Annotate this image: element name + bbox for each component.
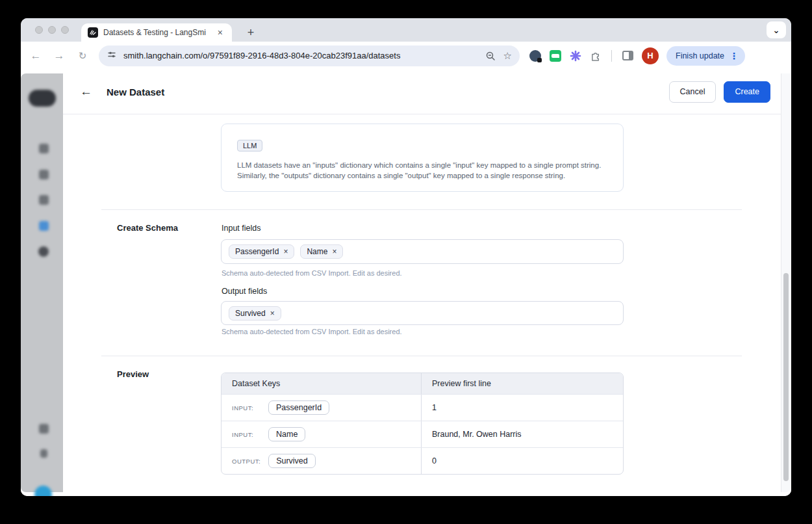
tab-strip: Datasets & Testing - LangSmi × + ⌄ <box>21 18 791 42</box>
table-row: OUTPUT: Survived 0 <box>222 447 623 474</box>
chip-label: PassengerId <box>235 247 279 256</box>
input-chip-passengerid[interactable]: PassengerId × <box>229 244 294 259</box>
output-helper-text: Schema auto-detected from CSV Import. Ed… <box>222 328 402 335</box>
screenshot-extension-icon[interactable] <box>549 49 562 62</box>
output-fields-label: Output fields <box>222 287 267 296</box>
chip-remove-icon[interactable]: × <box>332 248 336 255</box>
llm-description: LLM datasets have an "inputs" dictionary… <box>237 161 607 181</box>
page-area: ← New Dataset Cancel Create LLM LLM data… <box>21 70 791 496</box>
side-panel-icon[interactable] <box>621 49 634 62</box>
page-title: New Dataset <box>107 86 669 98</box>
window-close-button[interactable] <box>35 26 43 34</box>
row-key-pill: PassengerId <box>268 400 329 415</box>
row-kind-label: OUTPUT: <box>232 458 260 465</box>
tab-close-icon[interactable]: × <box>215 27 225 38</box>
sidebar-nav-icon-hub <box>39 195 49 205</box>
new-tab-button[interactable]: + <box>242 23 260 42</box>
row-preview-value: 1 <box>432 403 437 412</box>
sidebar-nav-icon-projects <box>39 144 49 153</box>
create-schema-title: Create Schema <box>117 223 178 233</box>
row-kind-label: INPUT: <box>232 431 260 438</box>
input-fields-label: Input fields <box>222 224 260 233</box>
input-fields-input[interactable]: PassengerId × Name × <box>221 239 624 264</box>
row-kind-label: INPUT: <box>232 404 260 412</box>
cancel-button[interactable]: Cancel <box>669 81 717 103</box>
scrollbar-track[interactable] <box>781 73 791 492</box>
langsmith-logo <box>29 90 56 107</box>
browser-tab[interactable]: Datasets & Testing - LangSmi × <box>81 23 232 42</box>
new-dataset-panel: ← New Dataset Cancel Create LLM LLM data… <box>63 70 781 496</box>
extensions-puzzle-icon[interactable] <box>589 49 602 62</box>
finish-update-label: Finish update <box>676 51 724 60</box>
llm-badge: LLM <box>237 140 262 151</box>
table-row: INPUT: Name Braund, Mr. Owen Harris <box>222 421 623 447</box>
section-divider <box>101 356 742 356</box>
back-icon[interactable]: ← <box>27 47 44 64</box>
password-manager-extension-icon[interactable] <box>529 49 542 62</box>
table-header-row: Dataset Keys Preview first line <box>222 373 623 394</box>
browser-toolbar: ← → ↻ smith.langchain.com/o/97591f89-291… <box>21 42 791 70</box>
panel-header: ← New Dataset Cancel Create <box>63 70 781 114</box>
extensions-row <box>529 49 634 62</box>
sidebar-key-icon <box>39 424 49 434</box>
browser-menu-kebab-icon[interactable]: ⋮ <box>727 51 741 61</box>
toolbar-divider <box>611 50 612 62</box>
reload-icon[interactable]: ↻ <box>74 47 91 64</box>
row-preview-value: 0 <box>432 456 437 465</box>
chip-label: Name <box>307 247 327 256</box>
create-button[interactable]: Create <box>724 81 770 103</box>
row-key-pill: Name <box>268 427 305 441</box>
forward-icon[interactable]: → <box>51 47 68 64</box>
preview-title: Preview <box>117 369 149 379</box>
tab-title: Datasets & Testing - LangSmi <box>103 28 210 37</box>
site-settings-icon[interactable] <box>107 49 117 62</box>
section-divider <box>101 209 742 210</box>
tab-search-chevron-icon[interactable]: ⌄ <box>767 21 786 38</box>
table-row: INPUT: PassengerId 1 <box>222 394 623 421</box>
row-key-pill: Survived <box>268 454 316 468</box>
sidebar-docs-icon <box>40 449 47 458</box>
input-helper-text: Schema auto-detected from CSV Import. Ed… <box>222 269 402 277</box>
output-fields-input[interactable]: Survived × <box>221 301 624 325</box>
screenshot-stage: Datasets & Testing - LangSmi × + ⌄ ← → ↻… <box>0 0 812 524</box>
chat-bubble-icon <box>34 486 52 496</box>
form-content: LLM LLM datasets have an "inputs" dictio… <box>63 114 781 496</box>
sidebar-nav-icon-settings <box>38 246 49 257</box>
scrollbar-thumb[interactable] <box>783 273 789 481</box>
window-zoom-button[interactable] <box>61 26 69 34</box>
output-chip-survived[interactable]: Survived × <box>229 306 281 321</box>
back-arrow-icon[interactable]: ← <box>80 85 92 99</box>
langsmith-favicon-icon <box>88 27 98 38</box>
zoom-out-icon[interactable] <box>485 51 496 61</box>
column-header-dataset-keys: Dataset Keys <box>222 373 422 394</box>
finish-update-button[interactable]: Finish update ⋮ <box>666 46 745 66</box>
chip-label: Survived <box>235 309 266 318</box>
app-sidebar-dimmed <box>21 73 63 492</box>
url-text[interactable]: smith.langchain.com/o/97591f89-2916-48d3… <box>123 51 479 60</box>
chip-remove-icon[interactable]: × <box>283 248 288 255</box>
address-bar[interactable]: smith.langchain.com/o/97591f89-2916-48d3… <box>99 46 520 66</box>
column-header-preview-first-line: Preview first line <box>422 373 623 394</box>
window-minimize-button[interactable] <box>48 26 56 34</box>
sidebar-nav-icon-datasets-active <box>39 221 49 231</box>
llm-dataset-type-card[interactable]: LLM LLM datasets have an "inputs" dictio… <box>221 124 624 192</box>
asterisk-extension-icon[interactable] <box>569 49 582 62</box>
preview-table: Dataset Keys Preview first line INPUT: P… <box>221 373 624 475</box>
sidebar-nav-icon-annotations <box>39 170 49 179</box>
browser-window: Datasets & Testing - LangSmi × + ⌄ ← → ↻… <box>21 18 791 496</box>
bookmark-star-icon[interactable]: ☆ <box>503 50 512 62</box>
row-preview-value: Braund, Mr. Owen Harris <box>432 430 522 439</box>
chip-remove-icon[interactable]: × <box>270 309 275 317</box>
profile-avatar[interactable]: H <box>642 47 659 64</box>
input-chip-name[interactable]: Name × <box>300 244 343 259</box>
